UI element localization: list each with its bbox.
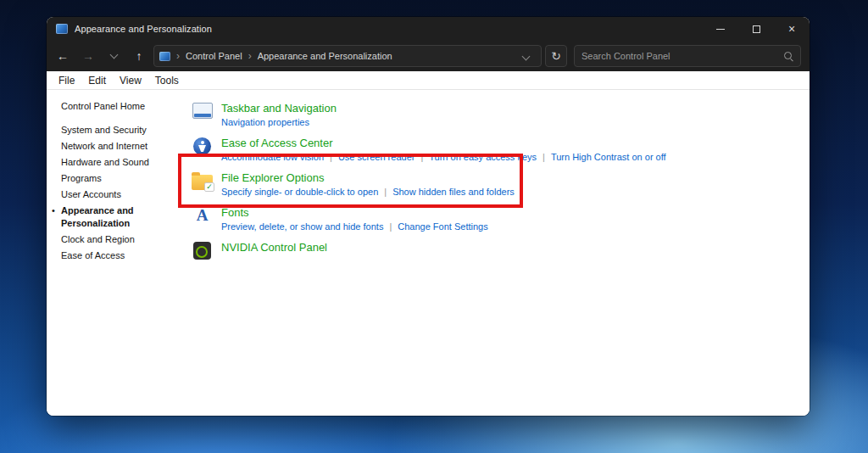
category-ease-of-access-center: Ease of Access Center Accommodate low vi… [191,137,810,164]
chevron-down-icon [109,51,118,59]
forward-button[interactable]: → [77,45,99,67]
control-panel-icon [159,52,170,61]
category-file-explorer-options: ✓ File Explorer Options Specify single- … [191,171,810,199]
category-title[interactable]: NVIDIA Control Panel [221,241,327,254]
category-fonts: A Fonts Preview, delete, or show and hid… [191,206,810,233]
minimize-button[interactable] [703,17,738,41]
breadcrumb-current[interactable]: Appearance and Personalization [258,51,392,61]
task-link[interactable]: Show hidden files and folders [378,187,515,197]
recent-pages-button[interactable] [103,45,125,67]
breadcrumb-separator-icon: › [248,50,252,62]
checkmark-icon: ✓ [204,182,214,192]
address-dropdown-icon[interactable] [522,52,531,60]
task-link[interactable]: Accommodate low vision [221,152,324,162]
folder-options-icon: ✓ [192,175,213,190]
search-icon[interactable] [783,51,793,61]
sidebar: Control Panel Home System and Security N… [47,90,191,416]
taskbar-icon [192,103,213,119]
maximize-button[interactable] [738,17,774,41]
up-button[interactable]: ↑ [128,45,150,67]
menu-file[interactable]: File [52,75,81,87]
task-link[interactable]: Preview, delete, or show and hide fonts [221,221,383,232]
sidebar-item-label: Appearance and Personalization [61,205,134,228]
task-link[interactable]: Navigation properties [221,117,309,127]
breadcrumb-control-panel[interactable]: Control Panel [186,51,242,61]
ease-of-access-icon [193,137,211,155]
category-list: Taskbar and Navigation Navigation proper… [191,90,810,416]
sidebar-item-clock-and-region[interactable]: Clock and Region [61,233,191,246]
category-taskbar-and-navigation: Taskbar and Navigation Navigation proper… [191,102,810,129]
task-link[interactable]: Use screen reader [324,152,415,162]
menu-view[interactable]: View [113,75,148,87]
nvidia-icon [193,242,211,260]
sidebar-item-hardware-and-sound[interactable]: Hardware and Sound [61,156,191,169]
back-button[interactable]: ← [52,45,74,67]
search-box[interactable] [574,45,801,67]
control-panel-window: Appearance and Personalization × ← → ↑ ›… [47,17,810,416]
category-title[interactable]: Taskbar and Navigation [221,102,337,115]
close-button[interactable]: × [774,17,810,41]
menu-edit[interactable]: Edit [81,75,113,87]
breadcrumb[interactable]: › Control Panel › Appearance and Persona… [153,45,542,67]
fonts-icon: A [197,207,209,233]
breadcrumb-separator-icon: › [176,50,180,62]
refresh-button[interactable]: ↻ [545,45,567,67]
menu-tools[interactable]: Tools [148,75,186,87]
title-bar: Appearance and Personalization × [47,17,810,41]
window-title: Appearance and Personalization [75,24,212,34]
task-link[interactable]: Change Font Settings [383,221,487,232]
task-link[interactable]: Turn on easy access keys [415,152,537,162]
sidebar-item-appearance-and-personalization[interactable]: • Appearance and Personalization [61,204,156,230]
close-icon: × [788,23,795,35]
category-nvidia-control-panel: NVIDIA Control Panel [191,241,810,260]
sidebar-item-network-and-internet[interactable]: Network and Internet [61,140,191,153]
search-input[interactable] [581,51,783,61]
control-panel-icon [56,24,68,34]
sidebar-item-control-panel-home[interactable]: Control Panel Home [61,100,191,113]
menu-bar: File Edit View Tools [47,71,810,90]
sidebar-item-ease-of-access[interactable]: Ease of Access [61,249,191,262]
category-title[interactable]: Fonts [221,206,488,220]
maximize-icon [753,25,760,33]
category-title[interactable]: Ease of Access Center [221,137,666,150]
task-link[interactable]: Turn High Contrast on or off [537,152,666,162]
sidebar-item-system-and-security[interactable]: System and Security [61,124,191,137]
sidebar-item-programs[interactable]: Programs [61,172,191,185]
minimize-icon [716,29,725,30]
active-bullet-icon: • [52,204,55,217]
category-title[interactable]: File Explorer Options [221,171,515,185]
content-area: Control Panel Home System and Security N… [47,90,810,416]
task-link[interactable]: Specify single- or double-click to open [221,187,378,197]
sidebar-item-user-accounts[interactable]: User Accounts [61,188,191,201]
navigation-toolbar: ← → ↑ › Control Panel › Appearance and P… [47,41,810,71]
